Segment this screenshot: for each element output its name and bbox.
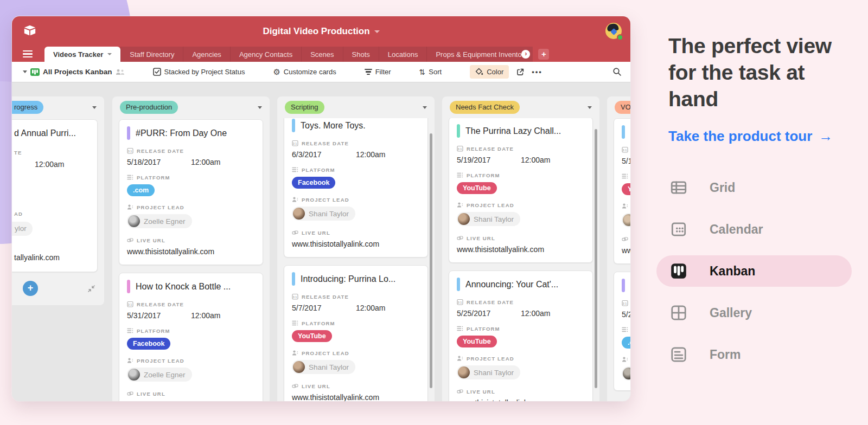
column-status-pill[interactable]: Scripting [285,101,324,114]
avatar [128,369,140,381]
column-status-pill[interactable]: VO / H [615,101,630,114]
release-time-value: 12:00am [521,156,550,164]
svg-text:31: 31 [457,301,462,304]
chevron-down-icon [374,30,380,33]
kanban-card[interactable]: M 31RELEASE DATE 5/27/201712:00am PLATFO… [614,272,630,391]
chevron-down-icon[interactable] [423,106,427,109]
field-label-project-lead: PROJECT LEAD [127,204,255,210]
record-color-bar [622,279,625,292]
more-options-button[interactable]: ••• [532,68,542,76]
view-switcher[interactable]: All Projects Kanban [23,68,125,76]
search-button[interactable] [612,67,622,76]
tab-staff-directory[interactable]: Staff Directory [120,47,183,62]
view-type-list: Grid Calendar Kanban Gallery [656,172,859,370]
collapse-stack-icon[interactable] [87,285,95,293]
kanban-card[interactable]: #PURR: From Day One 31RELEASE DATE 5/18/… [119,119,263,265]
kanban-card[interactable]: Pu 31RELEASE DATE 5/15/201712:00am PLATF… [614,118,630,264]
multiselect-icon [127,174,133,181]
tab-videos-tracker[interactable]: Videos Tracker [44,47,120,62]
stacked-by-button[interactable]: Stacked by Project Status [153,68,245,76]
menu-icon[interactable] [23,50,33,57]
release-time-value: 12:00am [356,150,385,159]
view-option-calendar[interactable]: Calendar [656,214,852,245]
chevron-down-icon[interactable] [258,106,262,109]
base-title[interactable]: Digital Video Production [12,26,630,37]
kanban-card[interactable]: The Purrina Lazy Chall... 31RELEASE DATE… [449,118,593,263]
project-lead-pill: ylor [12,222,33,236]
field-label-release-date: TE [14,150,22,156]
chevron-down-icon [23,70,27,73]
chevron-down-icon[interactable] [588,106,592,109]
kanban-column-pre-production: Pre-production #PURR: From Day One 31REL… [112,96,270,401]
field-label-release-date: 31RELEASE DATE [457,299,585,305]
column-scrollbar[interactable] [430,133,432,388]
avatar [458,213,470,225]
tab-overflow-chevron-icon[interactable]: › [521,50,530,59]
add-card-button[interactable]: + [23,281,38,296]
field-label-project-lead: PROJECT LEAD [292,350,420,356]
kanban-card[interactable]: Introducing: Purrina Lo... 31RELEASE DAT… [284,265,428,401]
chevron-down-icon[interactable] [92,106,97,109]
platform-tag: YouTube [622,183,630,195]
multiselect-icon [457,325,463,332]
tab-agencies[interactable]: Agencies [183,47,229,62]
svg-text:31: 31 [127,150,132,153]
color-button[interactable]: Color [470,65,509,79]
link-icon [622,236,628,242]
view-option-kanban[interactable]: Kanban [656,255,852,287]
platform-tag: Facebook [292,177,335,189]
calendar-icon: 31 [127,301,133,307]
person-icon [292,350,298,356]
kanban-column-vo: VO / H Pu 31RELEASE DATE 5/15/201712:00a… [607,96,630,401]
column-status-pill[interactable]: rogress [12,101,43,114]
view-option-form[interactable]: Form [656,339,852,370]
view-option-grid[interactable]: Grid [656,172,852,203]
platform-tag: YouTube [292,330,332,342]
card-title: d Annual Purri... [14,128,76,138]
kanban-card[interactable]: Toys. More Toys. 31RELEASE DATE 6/3/2017… [284,118,428,257]
add-table-button[interactable]: + [538,49,549,60]
person-icon [127,204,133,210]
checkbox-icon [153,68,161,76]
tab-shots[interactable]: Shots [343,47,379,62]
column-scrollbar[interactable] [595,129,597,388]
platform-tag: .com [127,184,155,196]
calendar-icon: 31 [292,293,298,300]
form-view-icon [669,345,688,364]
field-label-release-date: 31RELEASE DATE [127,147,255,154]
project-lead-pill: Shani Taylor [292,207,355,221]
kanban-card[interactable]: d Annual Purri... TE 12:00am AD ylor tal… [12,119,98,272]
calendar-icon: 31 [457,299,463,305]
filter-button[interactable]: Filter [365,68,391,76]
field-label-live-url: LIVE URL [457,235,585,241]
field-label-platform: PLATFORM [457,325,585,332]
tab-scenes[interactable]: Scenes [301,47,342,62]
filter-icon [365,69,372,75]
tab-agency-contacts[interactable]: Agency Contacts [230,47,301,62]
column-status-pill[interactable]: Needs Fact Check [450,101,520,114]
user-avatar[interactable] [605,23,622,39]
link-icon [292,383,298,389]
tab-props-equipment-inventory[interactable]: Props & Equipment Inventor › [426,47,533,62]
sort-button[interactable]: ⇅ Sort [419,68,442,76]
release-time-value: 12:00am [191,158,220,166]
share-view-button[interactable] [516,68,525,76]
project-lead-pill: Zoelle Egner [127,368,192,382]
tab-locations[interactable]: Locations [379,47,427,62]
release-date-value: 5/25/2017 [457,309,521,318]
view-option-gallery[interactable]: Gallery [656,297,852,329]
field-label-live-url: LIVE URL [292,383,420,389]
column-status-pill[interactable]: Pre-production [120,101,178,114]
product-tour-link[interactable]: Take the product tour→ [668,128,859,145]
customize-cards-button[interactable]: ⚙ Customize cards [273,67,336,77]
calendar-icon: 31 [622,146,628,153]
live-url-value: www.thisistotallyalink.com [292,240,420,248]
kanban-card[interactable]: Announcing: Your Cat'... 31RELEASE DATE … [449,271,593,401]
field-label-project-lead: PROJECT LEAD [622,356,630,363]
calendar-icon: 31 [457,145,463,152]
multiselect-icon [292,320,298,326]
live-url-value: www.thisistotallyalink.com [127,401,255,401]
link-icon [127,237,133,243]
kanban-card[interactable]: How to Knock a Bottle ... 31RELEASE DATE… [119,273,263,401]
calendar-icon: 31 [127,147,133,154]
